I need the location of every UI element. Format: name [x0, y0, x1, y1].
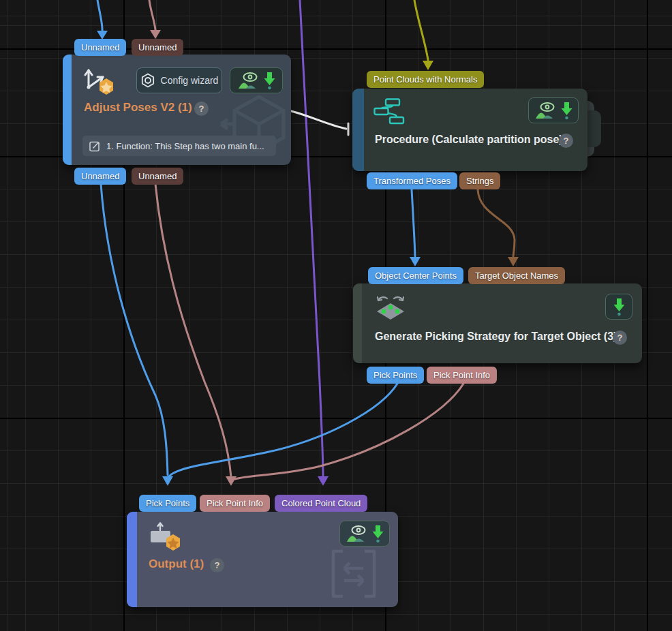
port-output-in-pick-points[interactable]: Pick Points — [139, 495, 196, 512]
visualize-download-button-group[interactable] — [230, 67, 283, 93]
wire-adjust-to-procedure[interactable] — [291, 111, 346, 129]
wire-arrow — [162, 476, 173, 486]
port-adjust-out-unnamed-1[interactable]: Unnamed — [74, 168, 126, 185]
node-title: Procedure (Calculate partition pose) — [375, 134, 563, 146]
step-note[interactable]: 1. Function: This Step has two main fu..… — [82, 136, 276, 156]
procedure-flowchart-icon — [373, 98, 408, 125]
port-procedure-in-point-clouds-with-normals[interactable]: Point Clouds with Normals — [367, 71, 484, 88]
port-generate-out-pick-point-info[interactable]: Pick Point Info — [427, 367, 497, 384]
port-generate-in-target-object-names[interactable]: Target Object Names — [468, 267, 565, 284]
node-output[interactable]: Output (1) ? — [127, 512, 398, 607]
help-badge[interactable]: ? — [613, 330, 627, 345]
node-graph-canvas[interactable]: Config wizard Adjust Poses V2 (1) ? 1. F… — [0, 0, 672, 631]
wire-arrow — [508, 257, 519, 266]
node-title: Generate Picking Strategy for Target Obj… — [375, 330, 617, 343]
wire-generate-pick-point-info-to-output[interactable] — [232, 384, 463, 480]
visualization-eye-icon[interactable] — [238, 71, 258, 90]
node-generate-picking-strategy[interactable]: Generate Picking Strategy for Target Obj… — [353, 283, 642, 363]
help-badge[interactable]: ? — [210, 558, 224, 572]
wire-arrow — [150, 30, 161, 39]
wire-top-to-adjust-in2[interactable] — [149, 0, 155, 30]
hexagon-config-icon — [140, 73, 155, 88]
visualize-download-button-group[interactable] — [528, 97, 579, 123]
port-adjust-in-unnamed-2[interactable]: Unnamed — [132, 39, 183, 56]
port-procedure-out-strings[interactable]: Strings — [459, 172, 500, 189]
edit-note-icon — [89, 140, 101, 152]
download-arrow-icon[interactable] — [372, 525, 384, 543]
port-generate-in-object-center-points[interactable]: Object Center Points — [368, 267, 463, 284]
port-output-in-pick-point-info[interactable]: Pick Point Info — [200, 495, 270, 512]
wire-top-to-output-colored-point-cloud[interactable] — [300, 0, 323, 476]
visualization-eye-icon[interactable] — [346, 524, 367, 543]
node-accent-bar — [353, 283, 362, 363]
picking-strategy-icon — [373, 292, 408, 321]
help-badge[interactable]: ? — [194, 102, 209, 116]
port-procedure-out-transformed-poses[interactable]: Transformed Poses — [367, 172, 457, 189]
download-arrow-icon[interactable] — [561, 102, 572, 120]
wire-adjust-out2-to-output-pick-point-info[interactable] — [155, 184, 231, 477]
wire-transformed-poses-to-object-center-points[interactable] — [412, 189, 415, 256]
wire-top-to-adjust-in1[interactable] — [97, 0, 102, 31]
adjust-poses-icon — [80, 64, 116, 95]
port-adjust-in-unnamed-1[interactable]: Unnamed — [74, 39, 126, 56]
wire-adjust-out1-to-output-pick-points[interactable] — [101, 184, 168, 475]
wire-generate-pick-points-to-output[interactable] — [169, 384, 397, 476]
help-badge[interactable]: ? — [559, 134, 573, 148]
download-button[interactable] — [605, 294, 632, 320]
config-wizard-button[interactable]: Config wizard — [136, 67, 222, 93]
node-accent-bar — [352, 89, 364, 171]
config-wizard-label: Config wizard — [161, 75, 219, 86]
wire-arrow — [410, 257, 421, 266]
visualize-download-button-group[interactable] — [339, 521, 390, 547]
wire-arrow — [423, 61, 433, 70]
step-note-text: 1. Function: This Step has two main fu..… — [106, 141, 264, 151]
node-title: Adjust Poses V2 (1) — [84, 101, 192, 114]
wire-strings-to-target-object-names[interactable] — [478, 189, 515, 256]
output-icon — [149, 521, 183, 551]
node-title: Output (1) — [149, 557, 204, 571]
wire-arrow — [226, 476, 236, 486]
port-adjust-out-unnamed-2[interactable]: Unnamed — [132, 168, 183, 185]
node-accent-bar — [127, 512, 137, 607]
node-procedure[interactable]: Procedure (Calculate partition pose) ? — [352, 89, 587, 171]
wire-arrow — [318, 476, 329, 486]
port-generate-out-pick-points[interactable]: Pick Points — [367, 367, 424, 384]
wire-top-to-procedure-input[interactable] — [414, 0, 428, 60]
visualization-eye-icon[interactable] — [535, 101, 555, 120]
download-arrow-icon[interactable] — [264, 72, 275, 90]
download-arrow-icon — [613, 298, 625, 316]
node-adjust-poses[interactable]: Config wizard Adjust Poses V2 (1) ? 1. F… — [63, 55, 291, 165]
port-output-in-colored-point-cloud[interactable]: Colored Point Cloud — [275, 495, 367, 512]
node-accent-bar — [63, 55, 72, 165]
swap-watermark-icon — [330, 549, 378, 599]
